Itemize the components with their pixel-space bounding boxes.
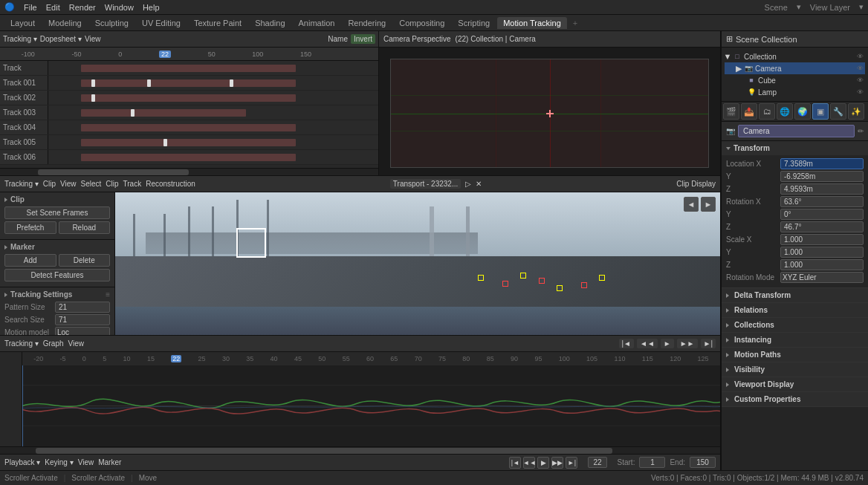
tab-uv-editing[interactable]: UV Editing bbox=[136, 17, 187, 29]
scale-z-value[interactable]: 1.000 bbox=[780, 259, 864, 270]
end-frame[interactable]: 150 bbox=[690, 457, 716, 468]
world-props-btn[interactable]: 🌍 bbox=[794, 103, 811, 120]
lamp-visibility[interactable]: 👁 bbox=[857, 88, 864, 96]
graph-tracking-dropdown[interactable]: Tracking ▾ bbox=[4, 339, 39, 348]
pattern-size-value[interactable]: 21 bbox=[55, 302, 110, 313]
search-size-value[interactable]: 71 bbox=[55, 314, 110, 325]
visibility-header[interactable]: Visibility bbox=[722, 362, 868, 377]
particles-btn[interactable]: ✨ bbox=[848, 103, 864, 120]
clip-menu-item-clip[interactable]: Clip bbox=[43, 180, 56, 188]
reload-btn[interactable]: Reload bbox=[59, 221, 111, 234]
tree-item-collection[interactable]: ▼ □ Collection 👁 bbox=[725, 51, 865, 62]
object-props-btn[interactable]: ▣ bbox=[812, 103, 829, 120]
menu-render[interactable]: Render bbox=[69, 3, 96, 12]
tab-texture-paint[interactable]: Texture Paint bbox=[188, 17, 247, 29]
menu-window[interactable]: Window bbox=[105, 3, 134, 12]
cube-visibility[interactable]: 👁 bbox=[857, 77, 864, 84]
scene-props-btn[interactable]: 🌐 bbox=[777, 103, 793, 120]
clip-viewport[interactable]: ◄ ► bbox=[115, 192, 720, 335]
location-z-value[interactable]: 4.9593m bbox=[780, 183, 864, 195]
camera-arrow[interactable]: ▶ bbox=[736, 65, 742, 71]
clip-tracking-dropdown[interactable]: Tracking ▾ bbox=[4, 180, 39, 188]
tab-sculpting[interactable]: Sculpting bbox=[89, 17, 135, 29]
collection-visibility[interactable]: 👁 bbox=[857, 53, 864, 60]
graph-ctrl-play-fwd[interactable]: ►► bbox=[677, 339, 698, 348]
track-content[interactable] bbox=[48, 150, 378, 164]
playback-dropdown[interactable]: Playback ▾ bbox=[4, 458, 40, 466]
custom-properties-header[interactable]: Custom Properties bbox=[722, 392, 868, 406]
scale-x-value[interactable]: 1.000 bbox=[780, 234, 864, 245]
delete-marker-btn[interactable]: Delete bbox=[59, 254, 111, 267]
tab-shading[interactable]: Shading bbox=[249, 17, 291, 29]
tab-rendering[interactable]: Rendering bbox=[342, 17, 392, 29]
dopesheet-scrollbar[interactable] bbox=[0, 168, 378, 175]
menu-edit[interactable]: Edit bbox=[46, 3, 60, 12]
track-content[interactable] bbox=[48, 76, 378, 90]
prefetch-btn[interactable]: Prefetch bbox=[4, 221, 56, 234]
dopesheet-dropdown[interactable]: Dopesheet ▾ bbox=[40, 35, 82, 43]
clip-menu-select[interactable]: Select bbox=[81, 180, 102, 188]
clip-menu-reconstruction[interactable]: Reconstruction bbox=[146, 180, 195, 188]
tree-item-cube[interactable]: ■ Cube 👁 bbox=[725, 74, 865, 86]
current-frame-display[interactable]: 22 bbox=[588, 458, 606, 466]
tab-modeling[interactable]: Modeling bbox=[42, 17, 88, 29]
menu-file[interactable]: File bbox=[24, 3, 37, 12]
modifier-btn[interactable]: 🔧 bbox=[830, 103, 846, 120]
motion-paths-header[interactable]: Motion Paths bbox=[722, 348, 868, 362]
detect-features-btn[interactable]: Detect Features bbox=[4, 269, 110, 281]
location-y-value[interactable]: -6.9258m bbox=[780, 171, 864, 182]
location-x-value[interactable]: 7.3589m bbox=[780, 158, 864, 169]
view-menu[interactable]: View bbox=[85, 35, 101, 43]
instancing-header[interactable]: Instancing bbox=[722, 333, 868, 347]
play-fwd-btn[interactable]: ▶▶ bbox=[551, 457, 563, 469]
clip-menu-track[interactable]: Track bbox=[123, 180, 142, 188]
view-layer-btn[interactable]: 🗂 bbox=[759, 103, 775, 120]
collections-header[interactable]: Collections bbox=[722, 318, 868, 332]
tab-layout[interactable]: Layout bbox=[4, 17, 41, 29]
track-content[interactable] bbox=[48, 91, 378, 105]
tab-animation[interactable]: Animation bbox=[293, 17, 341, 29]
rotation-mode-select[interactable]: XYZ Euler bbox=[780, 272, 864, 283]
status-left[interactable]: Scroller Activate bbox=[4, 474, 58, 482]
track-content[interactable] bbox=[48, 135, 378, 149]
tab-motion-tracking[interactable]: Motion Tracking bbox=[497, 17, 567, 29]
relations-header[interactable]: Relations bbox=[722, 303, 868, 317]
status-middle[interactable]: Scroller Activate bbox=[71, 474, 125, 482]
transport-stop-icon[interactable]: ✕ bbox=[476, 180, 482, 188]
motion-model-select[interactable]: Loc bbox=[55, 327, 110, 335]
jump-back-btn[interactable]: ◄◄ bbox=[523, 457, 535, 469]
jump-end-btn[interactable]: ►| bbox=[566, 457, 577, 469]
camera-visibility[interactable]: 👁 bbox=[857, 65, 864, 72]
add-marker-btn[interactable]: Add bbox=[4, 254, 56, 267]
graph-ctrl-play[interactable]: ► bbox=[661, 339, 674, 348]
graph-ctrl-prev[interactable]: |◄ bbox=[619, 339, 635, 348]
tab-scripting[interactable]: Scripting bbox=[452, 17, 496, 29]
start-frame[interactable]: 1 bbox=[639, 457, 665, 468]
rotation-x-value[interactable]: 63.6° bbox=[780, 196, 864, 207]
track-content[interactable] bbox=[48, 105, 378, 120]
track-content[interactable] bbox=[48, 61, 378, 75]
rotation-y-value[interactable]: 0° bbox=[780, 209, 864, 220]
invert-btn[interactable]: Invert bbox=[351, 34, 375, 44]
track-content[interactable] bbox=[48, 120, 378, 134]
graph-ctrl-play-back[interactable]: ◄◄ bbox=[637, 339, 658, 348]
blender-logo[interactable]: 🔵 bbox=[4, 2, 15, 12]
collection-arrow[interactable]: ▼ bbox=[725, 53, 731, 59]
camera-name-field[interactable]: Camera bbox=[738, 125, 855, 137]
tree-item-lamp[interactable]: 💡 Lamp 👁 bbox=[725, 86, 865, 98]
scale-y-value[interactable]: 1.000 bbox=[780, 247, 864, 258]
prev-frame-btn[interactable]: ◄ bbox=[684, 197, 699, 212]
graph-scrollbar[interactable] bbox=[0, 446, 720, 454]
jump-start-btn[interactable]: |◄ bbox=[509, 457, 521, 469]
render-props-btn[interactable]: 🎬 bbox=[723, 103, 739, 120]
transport-play-icon[interactable]: ▷ bbox=[465, 180, 471, 188]
camera-canvas[interactable] bbox=[379, 48, 720, 175]
keying-dropdown[interactable]: Keying ▾ bbox=[45, 458, 73, 466]
play-btn[interactable]: ▶ bbox=[537, 457, 549, 469]
transform-section-header[interactable]: Transform bbox=[722, 141, 868, 155]
graph-view[interactable]: View bbox=[68, 339, 85, 348]
playback-view[interactable]: View bbox=[78, 458, 94, 466]
graph-ctrl-next[interactable]: ►| bbox=[701, 339, 716, 348]
tracking-dropdown[interactable]: Tracking ▾ bbox=[3, 35, 37, 43]
clip-menu-view[interactable]: View bbox=[60, 180, 77, 188]
